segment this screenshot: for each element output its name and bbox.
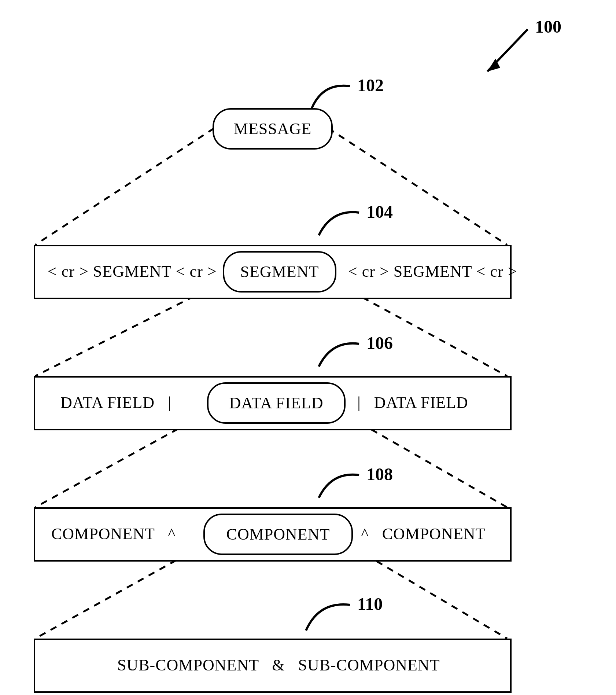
ref-106: 106 [366,333,393,353]
ref-102: 102 [357,75,384,95]
message-pill: MESSAGE [213,108,333,150]
datafield-row-left-text: DATA FIELD | [60,393,171,412]
subcomponent-row-text: SUB-COMPONENT & SUB-COMPONENT [117,656,440,674]
ref-100: 100 [535,16,561,37]
ref-108: 108 [366,464,393,484]
callout-102 [311,86,350,109]
component-row-left-text: COMPONENT ^ [51,525,176,543]
datafield-pill: DATA FIELD [207,382,346,424]
dash-l1-left [35,128,214,245]
message-pill-label: MESSAGE [234,119,311,138]
segment-pill-label: SEGMENT [240,262,319,281]
ref-110: 110 [357,594,383,614]
component-row-right-text: ^ COMPONENT [361,525,486,543]
segment-pill: SEGMENT [223,251,336,293]
dash-l1-right [328,128,507,245]
datafield-pill-label: DATA FIELD [229,394,323,412]
callout-104 [319,212,359,235]
segment-row-right-text: < cr > SEGMENT < cr > [348,262,517,281]
callout-106 [319,343,359,367]
diagram-canvas: { "refs": { "r100": "100", "r102": "102"… [0,0,616,695]
segment-row-left-text: < cr > SEGMENT < cr > [48,262,217,281]
ref-104: 104 [366,202,393,222]
arrow-100 [487,29,528,71]
component-pill-label: COMPONENT [226,525,330,544]
datafield-row-right-text: | DATA FIELD [357,393,468,412]
component-pill: COMPONENT [203,514,353,555]
connectors-layer [0,0,616,695]
callout-110 [306,604,350,630]
callout-108 [319,475,359,498]
